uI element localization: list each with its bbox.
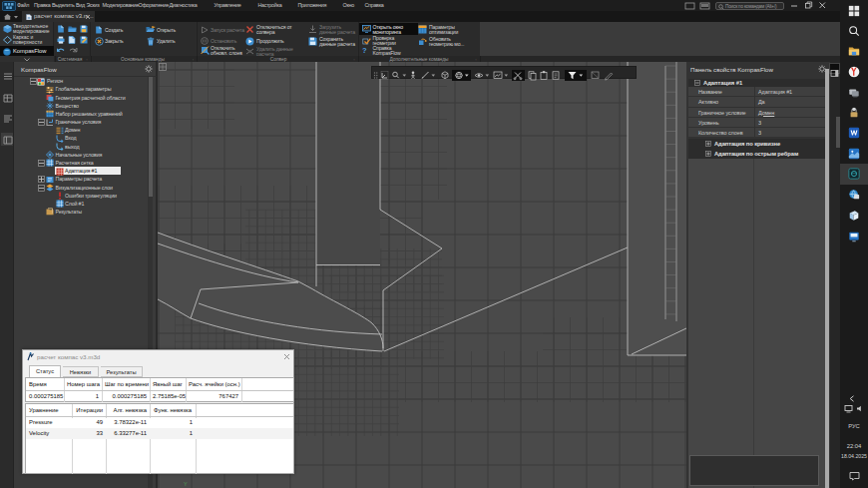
svg-text:Y: Y xyxy=(184,481,188,487)
